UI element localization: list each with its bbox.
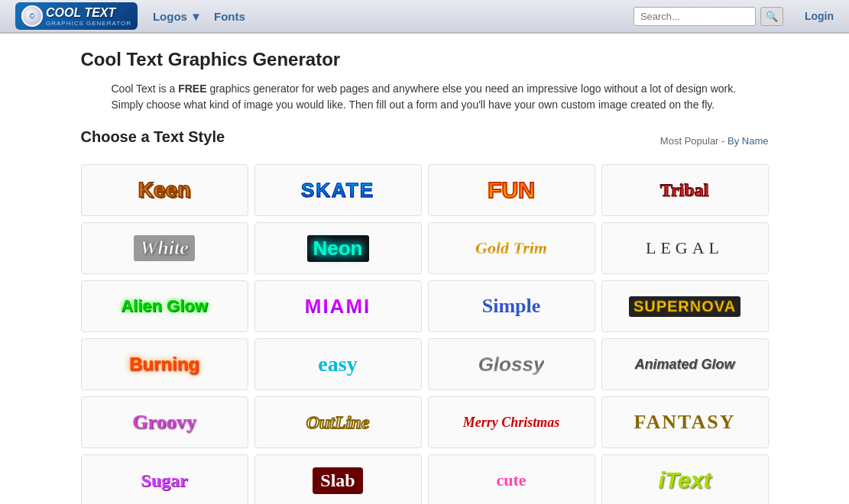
style-label-white: White [134,235,195,261]
style-item-outline[interactable]: OutLine [254,396,422,448]
logo-name: COOL TEXT [46,6,115,19]
site-logo[interactable]: © COOL TEXT GRAPHICS GENERATOR [15,2,138,30]
search-area: 🔍 [634,7,783,26]
style-item-goldtrim[interactable]: Gold Trim [428,222,595,274]
sort-links: Most Popular - By Name [660,135,769,147]
style-label-merrychristmas: Merry Christmas [463,415,560,431]
style-item-legal[interactable]: LEGAL [601,222,769,274]
style-label-keen: Keen [138,178,190,202]
login-button[interactable]: Login [805,10,834,22]
style-label-slab: Slab [313,467,362,494]
section-header: Choose a Text Style Most Popular - By Na… [81,128,769,153]
style-item-sugar[interactable]: Sugar [81,454,248,504]
style-label-supernova: SUPERNOVA [629,296,740,317]
by-name-link[interactable]: By Name [727,135,768,147]
style-item-burning[interactable]: Burning [81,338,248,390]
style-label-animated: Animated Glow [634,357,734,373]
style-label-miami: MIAMI [305,295,371,318]
style-item-fantasy[interactable]: FANTASY [601,396,769,448]
style-item-supernova[interactable]: SUPERNOVA [601,280,769,332]
style-item-easy[interactable]: easy [254,338,422,390]
description: Cool Text is a FREE graphics generator f… [112,81,769,113]
style-item-glossy[interactable]: Glossy [428,338,595,390]
style-label-cute: cute [496,470,526,490]
desc-bold: FREE [178,82,206,95]
style-label-easy: easy [318,352,357,376]
style-item-white[interactable]: White [81,222,248,274]
style-item-animated[interactable]: Animated Glow [601,338,769,390]
style-item-itext[interactable]: iText [601,454,769,504]
main-nav: Logos ▼ Fonts [153,10,618,23]
logo-text-area: COOL TEXT GRAPHICS GENERATOR [46,6,131,27]
style-label-alien: Alien Glow [121,296,208,316]
search-input[interactable] [634,7,756,26]
page-title: Cool Text Graphics Generator [81,49,769,70]
nav-logos[interactable]: Logos ▼ [153,10,202,23]
style-item-fun[interactable]: FUN [428,164,595,216]
search-button[interactable]: 🔍 [760,7,783,26]
style-label-legal: LEGAL [646,238,724,258]
style-label-burning: Burning [129,354,199,375]
style-item-miami[interactable]: MIAMI [254,280,422,332]
style-item-slab[interactable]: Slab [254,454,422,504]
style-item-simple[interactable]: Simple [428,280,595,332]
style-label-glossy: Glossy [478,353,545,376]
style-item-cute[interactable]: cute [428,454,595,504]
style-label-skate: SKATE [301,179,374,202]
desc-prefix: Cool Text is a [112,82,179,95]
nav-fonts[interactable]: Fonts [214,10,245,23]
style-item-neon[interactable]: Neon [254,222,422,274]
section-title: Choose a Text Style [81,128,225,146]
styles-grid: KeenSKATEFUNTribalWhiteNeonGold TrimLEGA… [81,164,769,504]
style-item-groovy[interactable]: Groovy [81,396,248,448]
logo-area[interactable]: © COOL TEXT GRAPHICS GENERATOR [15,2,138,30]
style-label-tribal: Tribal [660,180,709,201]
logo-sub: GRAPHICS GENERATOR [46,20,131,27]
style-label-outline: OutLine [306,412,370,433]
style-label-simple: Simple [482,295,541,318]
style-item-tribal[interactable]: Tribal [601,164,769,216]
style-item-skate[interactable]: SKATE [254,164,422,216]
logo-icon: © [21,5,43,27]
style-label-itext: iText [659,467,711,493]
style-item-merrychristmas[interactable]: Merry Christmas [428,396,595,448]
style-item-alien[interactable]: Alien Glow [81,280,248,332]
popular-label: Most Popular [660,135,719,147]
style-label-neon: Neon [307,235,369,262]
dash-separator: - [721,135,727,147]
style-label-groovy: Groovy [132,411,196,434]
style-label-goldtrim: Gold Trim [475,238,547,258]
header: © COOL TEXT GRAPHICS GENERATOR Logos ▼ F… [0,0,849,34]
style-label-fun: FUN [488,177,535,203]
style-label-sugar: Sugar [141,470,187,491]
main-content: Cool Text Graphics Generator Cool Text i… [58,34,792,504]
style-item-keen[interactable]: Keen [81,164,248,216]
style-label-fantasy: FANTASY [634,411,736,434]
